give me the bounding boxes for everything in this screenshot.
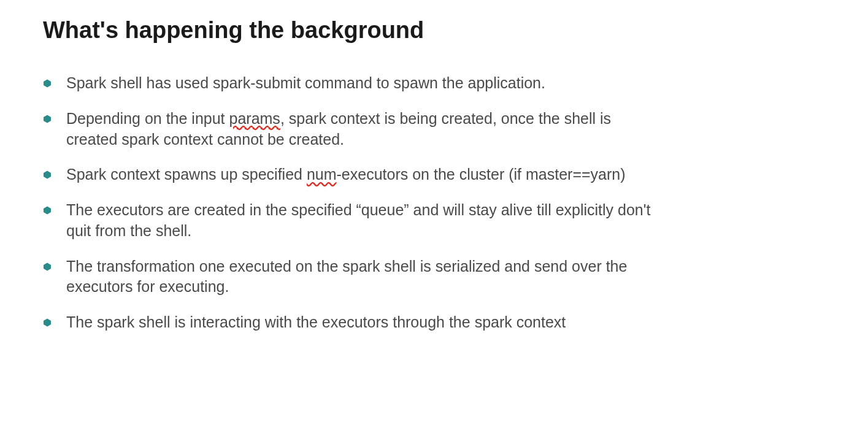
- bullet-text: Spark shell has used spark-submit comman…: [66, 73, 825, 94]
- hexagon-bullet-icon: [43, 79, 52, 88]
- svg-marker-5: [44, 318, 51, 326]
- bullet-text: Depending on the input params, spark con…: [66, 109, 825, 150]
- list-item: Depending on the input params, spark con…: [43, 109, 825, 150]
- hexagon-bullet-icon: [43, 206, 52, 215]
- bullet-text: Spark context spawns up specified num-ex…: [66, 164, 825, 185]
- svg-marker-0: [44, 79, 51, 87]
- bullet-text: The transformation one executed on the s…: [66, 256, 825, 298]
- hexagon-bullet-icon: [43, 318, 52, 327]
- list-item: The executors are created in the specifi…: [43, 200, 825, 242]
- list-item: Spark shell has used spark-submit comman…: [43, 73, 825, 94]
- hexagon-bullet-icon: [43, 115, 52, 123]
- hexagon-bullet-icon: [43, 170, 52, 179]
- svg-marker-1: [44, 115, 51, 123]
- bullet-text: The spark shell is interacting with the …: [66, 312, 825, 333]
- bullet-list: Spark shell has used spark-submit comman…: [43, 73, 825, 333]
- hexagon-bullet-icon: [43, 262, 52, 271]
- list-item: The spark shell is interacting with the …: [43, 312, 825, 333]
- svg-marker-4: [44, 262, 51, 270]
- list-item: The transformation one executed on the s…: [43, 256, 825, 298]
- svg-marker-2: [44, 171, 51, 179]
- bullet-text: The executors are created in the specifi…: [66, 200, 825, 242]
- list-item: Spark context spawns up specified num-ex…: [43, 164, 825, 185]
- slide-title: What's happening the background: [43, 17, 825, 44]
- svg-marker-3: [44, 206, 51, 214]
